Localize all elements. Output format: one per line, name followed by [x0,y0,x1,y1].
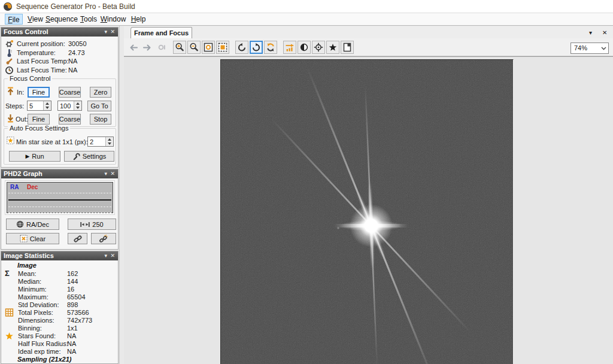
sidebar-splitter[interactable] [119,26,124,364]
stat-row: Dimensions: 742x773 [1,317,118,324]
focus-control-header[interactable]: Focus Control ▾ ✕ [1,28,118,37]
tab-frame-and-focus[interactable]: Frame and Focus [131,27,192,38]
rotate-cw-button[interactable] [250,41,263,54]
image-statistics-header[interactable]: Image Statistics ▾ ✕ [1,251,118,260]
collapse-chevron-icon[interactable]: ▾ [104,251,107,260]
disconnect-graph-button[interactable] [91,233,116,244]
contrast-icon [299,43,309,52]
spinner-down-button[interactable] [74,105,82,110]
out-coarse-button[interactable]: Coarse [59,114,81,125]
run-label: Run [32,151,44,161]
globe-icon [16,220,24,228]
spinner-down-button[interactable] [106,141,114,146]
zoom-region-button[interactable] [202,41,215,54]
frame-icon [342,43,352,52]
phd2-graph-panel: PHD2 Graph ▾ ✕ RA Dec [1,169,119,250]
zoom-one-to-one-button[interactable] [155,41,168,54]
close-icon[interactable]: ✕ [110,28,115,37]
forward-button[interactable] [141,41,154,54]
connect-graph-button[interactable] [68,233,87,244]
crosshair-icon [314,43,323,52]
center-target-button[interactable] [312,41,325,54]
stat-row: Median: 144 [1,278,118,286]
close-icon[interactable]: ✕ [110,169,115,178]
phd2-graph-body: RA Dec RA/Dec [1,178,118,249]
image-section-heading: Image [17,262,37,269]
out-stop-button[interactable]: Stop [90,114,111,125]
focus-control-body: Current position: 30050 Temperature: 24.… [1,37,118,167]
in-zero-button[interactable]: Zero [90,87,111,98]
grid-line [8,193,111,193]
auto-stretch-button[interactable] [283,41,296,54]
wrench-icon [72,153,80,160]
rotate-ccw-icon [237,43,247,52]
run-button[interactable]: ▶ Run [9,151,60,162]
frame-focus-toolbar: 74% [124,38,613,56]
pixel-grid-icon [5,308,14,317]
temperature-value: 24.73 [68,49,85,56]
last-focus-temp-row: Last Focus Temp: NA [1,57,118,65]
pane-close-icon[interactable]: ✕ [602,29,607,36]
grid-line [8,213,111,213]
menu-view[interactable]: View [26,14,44,25]
frame-overlay-button[interactable] [341,41,354,54]
star-icon [5,332,14,340]
last-focus-time-row: Last Focus Time: NA [1,66,118,74]
in-fine-button[interactable]: Fine [28,87,50,98]
stat-row: Half Flux Radius: NA [1,340,118,348]
phd2-graph-header[interactable]: PHD2 Graph ▾ ✕ [1,169,118,178]
star-analysis-button[interactable] [326,41,339,54]
zoom-in-button[interactable] [173,41,186,54]
menu-sequence[interactable]: Sequence [44,14,79,25]
stat-row: Std Deviation: 898 [1,301,118,309]
stretch-histogram-icon [285,43,295,52]
gear-icon [5,40,14,48]
sigma-icon: Σ [5,269,14,278]
in-coarse-button[interactable]: Coarse [59,87,81,98]
focus-motion-group-label: Focus Control [8,75,52,82]
zoom-region-icon [204,43,213,52]
select-region-button[interactable] [216,41,229,54]
radec-button[interactable]: RA/Dec [6,219,59,230]
goto-button[interactable]: Go To [87,101,111,111]
collapse-chevron-icon[interactable]: ▾ [104,169,107,178]
menu-window[interactable]: Window [98,14,128,25]
dec-legend: Dec [27,184,38,190]
pane-chevron-icon[interactable]: ▾ [589,29,592,36]
rotate-cw-icon [251,43,261,52]
last-focus-temp-value: NA [68,57,77,65]
menu-tools[interactable]: Tools [78,14,99,25]
back-button[interactable] [126,41,139,54]
star-image [221,60,513,364]
out-fine-button[interactable]: Fine [28,114,50,125]
panel-title: Image Statistics [4,251,54,260]
steps-large-spinner: 100 [57,101,82,111]
zoom-out-button[interactable] [187,41,201,54]
collapse-chevron-icon[interactable]: ▾ [104,28,107,37]
steps-label: Steps: [5,102,24,110]
scale-button[interactable]: 250 [68,219,116,230]
flip-refresh-button[interactable] [264,41,277,54]
stat-row: Ideal exp time: NA [1,348,118,356]
contrast-button[interactable] [298,41,311,54]
panel-title: PHD2 Graph [4,169,43,178]
zoom-one-to-one-icon [158,44,166,51]
menu-file[interactable]: File [5,14,23,25]
temperature-label: Temperature: [17,49,56,56]
image-canvas[interactable] [220,59,514,364]
steps-large-value[interactable]: 100 [60,102,71,110]
image-viewport[interactable] [124,56,613,364]
clear-button[interactable]: Clear [6,233,59,244]
close-icon[interactable]: ✕ [110,251,115,260]
last-focus-time-value: NA [68,66,77,74]
image-statistics-panel: Image Statistics ▾ ✕ Image Σ Mean: 162 M… [1,251,119,364]
rotate-ccw-button[interactable] [235,41,248,54]
steps-small-value[interactable]: 5 [29,102,33,110]
focus-out-icon [7,114,14,123]
min-star-value[interactable]: 2 [90,138,93,146]
settings-button[interactable]: Settings [64,151,114,162]
menu-help[interactable]: Help [128,14,148,25]
spinner-down-button[interactable] [44,105,51,110]
steps-small-spinner: 5 [27,101,51,111]
zoom-level-select[interactable]: 74% [570,43,609,54]
